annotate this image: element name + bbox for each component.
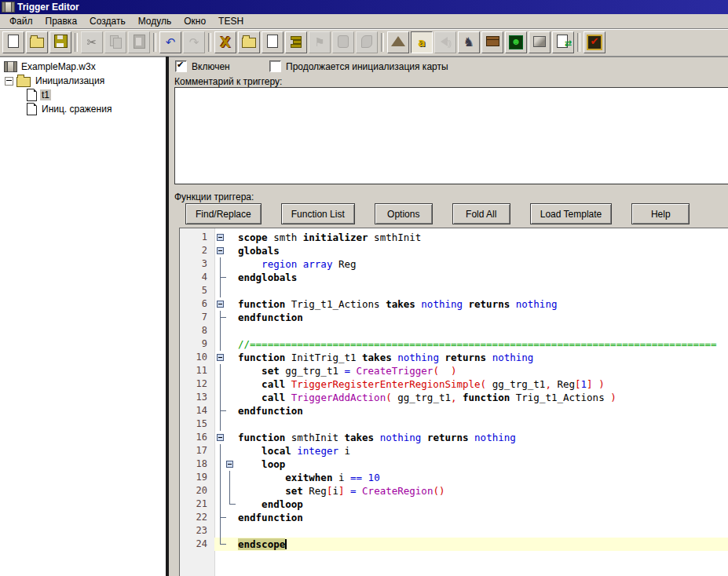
fold-margin[interactable] xyxy=(214,498,238,511)
tree-trigger-1[interactable]: Иниц. сражения xyxy=(0,102,166,116)
new-document-button[interactable] xyxy=(2,31,24,53)
collapse-expander-icon[interactable] xyxy=(5,77,13,86)
comment-textarea[interactable] xyxy=(174,87,728,184)
fold-margin[interactable] xyxy=(214,337,238,351)
export-scripts-button[interactable]: ⇄ xyxy=(552,31,574,53)
terrain-editor-button[interactable] xyxy=(387,31,409,53)
code-line-3[interactable]: 3 region array Reg xyxy=(180,257,728,271)
fold-margin[interactable] xyxy=(214,511,238,524)
new-trigger-button[interactable] xyxy=(262,31,284,53)
delete-button[interactable]: X xyxy=(214,31,236,53)
code-line-15[interactable]: 15 xyxy=(180,417,728,431)
undo-button[interactable]: ↶ xyxy=(159,31,181,53)
page-icon xyxy=(267,35,278,50)
window-titlebar[interactable]: Trigger Editor xyxy=(0,0,728,14)
code-line-9[interactable]: 9//=====================================… xyxy=(180,337,728,351)
fold-margin[interactable] xyxy=(214,538,238,551)
fold-margin[interactable] xyxy=(214,417,238,431)
code-line-4[interactable]: 4endglobals xyxy=(180,271,728,284)
code-line-10[interactable]: 10function InitTrig_t1 takes nothing ret… xyxy=(180,351,728,364)
code-line-11[interactable]: 11 set gg_trg_t1 = CreateTrigger( ) xyxy=(180,364,728,377)
fold-all-button[interactable]: Fold All xyxy=(452,203,510,224)
script-icon xyxy=(291,36,302,49)
sound-editor-button: )) xyxy=(434,31,456,53)
fold-margin[interactable] xyxy=(214,444,238,458)
atext-icon: a xyxy=(418,37,425,49)
unit-editor-button[interactable]: ♞ xyxy=(458,31,480,53)
fold-margin[interactable] xyxy=(214,471,238,484)
code-line-5[interactable]: 5 xyxy=(180,284,728,297)
help-button[interactable]: Help xyxy=(631,203,690,224)
menu-item-edit[interactable]: Правка xyxy=(39,14,84,28)
map-init-checkbox-label: Продолжается инициализация карты xyxy=(286,61,448,72)
menu-item-window[interactable]: Окно xyxy=(177,14,212,28)
fold-margin[interactable] xyxy=(214,484,238,498)
open-map-button[interactable] xyxy=(26,31,48,53)
scissors-icon: ✂ xyxy=(87,37,97,49)
menu-item-module[interactable]: Модуль xyxy=(132,14,178,28)
code-line-7[interactable]: 7endfunction xyxy=(180,311,728,324)
fold-margin[interactable] xyxy=(214,524,238,538)
code-line-23[interactable]: 23 xyxy=(180,524,728,538)
code-line-8[interactable]: 8 xyxy=(180,324,728,337)
code-line-18[interactable]: 18 loop xyxy=(180,458,728,471)
save-map-button[interactable] xyxy=(49,31,71,53)
line-number: 4 xyxy=(180,271,214,284)
fold-margin[interactable] xyxy=(214,351,238,364)
fold-margin[interactable] xyxy=(214,377,238,391)
trigger-editor-button[interactable]: ✔ xyxy=(583,31,605,53)
new-category-button[interactable] xyxy=(238,31,260,53)
enabled-checkbox[interactable] xyxy=(175,60,187,72)
page-icon xyxy=(8,35,19,50)
text-caret xyxy=(285,539,287,549)
import-manager-button[interactable]: ☻ xyxy=(505,31,527,53)
fold-margin[interactable] xyxy=(214,257,238,271)
options-button[interactable]: Options xyxy=(375,203,433,224)
tree-category-init[interactable]: Инициализация xyxy=(0,74,166,88)
tree-trigger-0[interactable]: t1 xyxy=(0,88,166,102)
fold-margin[interactable] xyxy=(214,244,238,257)
line-number: 2 xyxy=(180,244,214,257)
find-replace-button[interactable]: Find/Replace xyxy=(185,203,262,224)
line-number: 11 xyxy=(180,364,214,377)
function-list-button[interactable]: Function List xyxy=(281,203,355,224)
menu-item-tesh[interactable]: TESH xyxy=(212,14,250,28)
load-template-button[interactable]: Load Template xyxy=(530,203,613,224)
tree-root-map[interactable]: ExampleMap.w3x xyxy=(0,60,166,74)
fold-margin[interactable] xyxy=(214,431,238,444)
text-editor-button[interactable]: a xyxy=(411,31,433,53)
fold-margin[interactable] xyxy=(214,324,238,337)
fold-margin[interactable] xyxy=(214,284,238,297)
menu-item-file[interactable]: Файл xyxy=(3,14,39,28)
fold-margin[interactable] xyxy=(214,364,238,377)
menu-item-create[interactable]: Создать xyxy=(83,14,132,28)
code-line-21[interactable]: 21 endloop xyxy=(180,498,728,511)
code-line-17[interactable]: 17 local integer i xyxy=(180,444,728,458)
code-editor[interactable]: 1scope smth initializer smthInit2globals… xyxy=(179,228,728,576)
code-line-13[interactable]: 13 call TriggerAddAction( gg_trg_t1, fun… xyxy=(180,391,728,404)
line-number: 22 xyxy=(180,511,214,524)
code-line-14[interactable]: 14endfunction xyxy=(180,404,728,417)
code-line-20[interactable]: 20 set Reg[i] = CreateRegion() xyxy=(180,484,728,498)
trigger-tree-panel[interactable]: ExampleMap.w3xИнициализацияt1Иниц. сраже… xyxy=(0,57,166,576)
new-script-button[interactable] xyxy=(285,31,307,53)
fold-margin[interactable] xyxy=(214,231,238,244)
fold-margin[interactable] xyxy=(214,458,238,471)
code-line-2[interactable]: 2globals xyxy=(180,244,728,257)
code-line-19[interactable]: 19 exitwhen i == 10 xyxy=(180,471,728,484)
fold-margin[interactable] xyxy=(214,404,238,417)
map-init-checkbox[interactable] xyxy=(269,60,281,72)
app-scroll-icon xyxy=(2,2,14,13)
fold-margin[interactable] xyxy=(214,311,238,324)
code-line-24[interactable]: 24endscope xyxy=(180,538,728,551)
code-line-12[interactable]: 12 call TriggerRegisterEnterRegionSimple… xyxy=(180,377,728,391)
fold-margin[interactable] xyxy=(214,297,238,311)
fold-margin[interactable] xyxy=(214,271,238,284)
item-editor-button[interactable] xyxy=(481,31,503,53)
fold-margin[interactable] xyxy=(214,391,238,404)
code-line-22[interactable]: 22endfunction xyxy=(180,511,728,524)
code-line-6[interactable]: 6function Trig_t1_Actions takes nothing … xyxy=(180,297,728,311)
object-manager-button[interactable] xyxy=(529,31,551,53)
code-line-16[interactable]: 16function smthInit takes nothing return… xyxy=(180,431,728,444)
code-line-1[interactable]: 1scope smth initializer smthInit xyxy=(180,231,728,244)
